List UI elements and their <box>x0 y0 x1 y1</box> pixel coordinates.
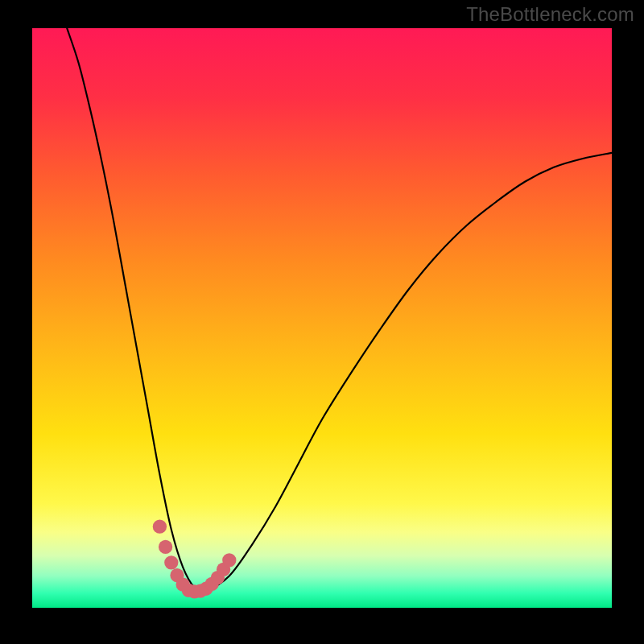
gradient-background <box>32 28 612 608</box>
watermark-text: TheBottleneck.com <box>466 3 634 26</box>
chart-frame: TheBottleneck.com <box>0 0 644 644</box>
plot-area <box>32 28 612 608</box>
highlighted-marker <box>222 553 236 567</box>
chart-svg <box>32 28 612 608</box>
highlighted-marker <box>153 520 167 534</box>
highlighted-marker <box>164 555 178 569</box>
highlighted-marker <box>159 540 172 554</box>
